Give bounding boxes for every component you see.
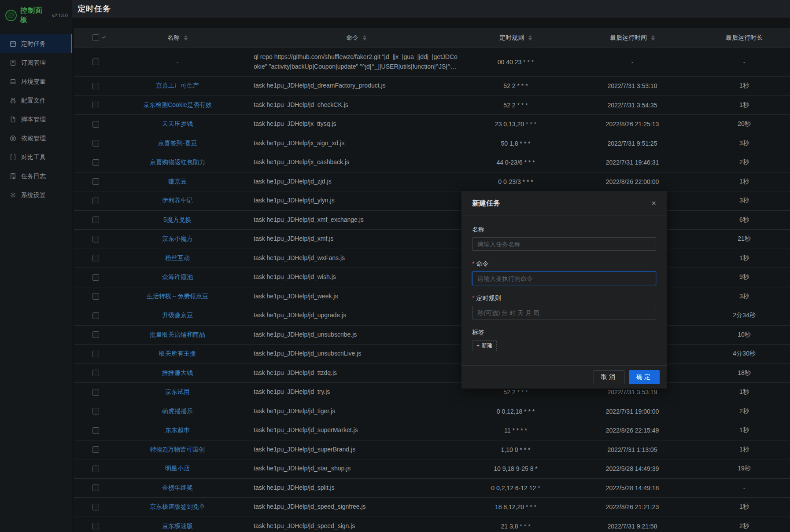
column-header-last-run-time[interactable]: 最后运行时间 bbox=[566, 34, 698, 42]
sidebar-item-label: 定时任务 bbox=[21, 40, 46, 48]
task-name-input[interactable] bbox=[472, 237, 656, 251]
sort-caret-icon[interactable] bbox=[184, 35, 188, 40]
add-tag-button[interactable]: + 新建 bbox=[472, 340, 497, 351]
task-name-link[interactable]: 京喜工厂可生产 bbox=[156, 82, 199, 90]
row-checkbox[interactable] bbox=[92, 446, 99, 453]
task-last-run-duration: 3秒 bbox=[698, 139, 790, 147]
sidebar-menu-item[interactable]: 脚本管理 bbox=[0, 110, 72, 129]
sidebar-menu-item[interactable]: 配置文件 bbox=[0, 91, 72, 110]
task-last-run-time: 2022/7/31 1:13:05 bbox=[566, 446, 698, 453]
table-row: 升级赚京豆 task he1pu_JDHelp/jd_upgrade.js 2分… bbox=[74, 306, 790, 326]
modal-footer: 取消 确定 bbox=[461, 365, 667, 389]
task-name-link[interactable]: 京东极速版 bbox=[162, 522, 193, 530]
sidebar-menu-item[interactable]: 订阅管理 bbox=[0, 53, 72, 72]
task-name-link[interactable]: 京喜签到-喜豆 bbox=[158, 139, 197, 147]
app-version: v2.13.0 bbox=[52, 13, 68, 18]
ok-button[interactable]: 确定 bbox=[629, 370, 660, 384]
task-name-link[interactable]: - bbox=[177, 59, 179, 66]
row-checkbox[interactable] bbox=[92, 293, 99, 300]
row-checkbox[interactable] bbox=[92, 59, 99, 65]
sort-caret-icon[interactable] bbox=[528, 35, 532, 40]
task-name-link[interactable]: 取关所有主播 bbox=[159, 350, 196, 358]
task-name-link[interactable]: 京东小魔方 bbox=[162, 235, 193, 243]
row-checkbox[interactable] bbox=[92, 331, 99, 338]
topbar: 定时任务 bbox=[72, 0, 790, 18]
task-name-link[interactable]: 金榜年终奖 bbox=[162, 484, 193, 492]
task-last-run-duration: 2秒 bbox=[698, 522, 790, 530]
task-name-link[interactable]: 批量取关店铺和商品 bbox=[150, 331, 205, 339]
row-checkbox[interactable] bbox=[92, 178, 99, 185]
row-checkbox[interactable] bbox=[92, 523, 99, 529]
table-row: 京喜签到-喜豆 task he1pu_JDHelp/jx_sign_xd.js … bbox=[74, 134, 790, 154]
task-name-link[interactable]: 推推赚大钱 bbox=[162, 369, 193, 377]
task-name-link[interactable]: 伊利养牛记 bbox=[162, 197, 193, 205]
row-checkbox[interactable] bbox=[92, 83, 99, 89]
task-name-link[interactable]: 明星小店 bbox=[165, 465, 190, 473]
task-name-link[interactable]: 众筹许愿池 bbox=[162, 273, 193, 281]
row-checkbox[interactable] bbox=[92, 370, 99, 376]
close-icon[interactable]: × bbox=[650, 197, 658, 209]
sidebar-menu-item[interactable]: 定时任务 bbox=[0, 34, 72, 53]
table-row: 京喜工厂可生产 task he1pu_JDHelp/jd_dreamFactor… bbox=[74, 77, 790, 96]
task-last-run-time: 2022/8/26 21:25:13 bbox=[566, 121, 698, 128]
row-checkbox[interactable] bbox=[92, 216, 99, 223]
row-checkbox[interactable] bbox=[92, 274, 99, 281]
task-command-input[interactable] bbox=[472, 272, 656, 285]
row-checkbox[interactable] bbox=[92, 408, 99, 415]
task-schedule: 21 3,8 * * * bbox=[465, 523, 566, 530]
sidebar-menu-item[interactable]: 依赖管理 bbox=[0, 129, 72, 148]
task-name-link[interactable]: 京东极速版签到免单 bbox=[150, 503, 205, 511]
cancel-button[interactable]: 取消 bbox=[594, 370, 624, 384]
task-command: task he1pu_JDHelp/jx_sign_xd.js bbox=[254, 139, 344, 148]
sort-caret-icon[interactable] bbox=[651, 35, 655, 40]
sidebar-menu-item[interactable]: 任务日志 bbox=[0, 167, 72, 186]
task-name-link[interactable]: 粉丝互动 bbox=[165, 254, 190, 262]
task-last-run-duration: 1秒 bbox=[698, 426, 790, 434]
task-name-link[interactable]: 天天压岁钱 bbox=[162, 120, 193, 128]
task-schedule: 11 * * * * bbox=[465, 427, 566, 434]
row-checkbox[interactable] bbox=[92, 140, 99, 147]
task-name-link[interactable]: 萌虎摇摇乐 bbox=[162, 407, 193, 415]
row-checkbox[interactable] bbox=[92, 121, 99, 128]
row-checkbox[interactable] bbox=[92, 389, 99, 396]
row-checkbox[interactable] bbox=[92, 427, 99, 434]
row-checkbox[interactable] bbox=[92, 159, 99, 166]
task-name-link[interactable]: 京东检测Cookie是否有效 bbox=[143, 101, 212, 109]
task-last-run-duration: 9秒 bbox=[698, 273, 790, 281]
task-name-link[interactable]: 5魔方兑换 bbox=[163, 216, 192, 224]
task-name-link[interactable]: 特物Z|万物皆可国创 bbox=[150, 446, 205, 454]
column-header-name[interactable]: 名称 bbox=[105, 34, 250, 42]
task-command: task he1pu_JDHelp/jd_try.js bbox=[254, 387, 330, 397]
sidebar-menu-item[interactable]: 对比工具 bbox=[0, 148, 72, 167]
column-header-schedule[interactable]: 定时规则 bbox=[465, 34, 566, 42]
task-command: task he1pu_JDHelp/jd_speed_signfree.js bbox=[254, 502, 366, 512]
task-name-link[interactable]: 生活特权～免费领京豆 bbox=[147, 293, 208, 301]
column-header-command[interactable]: 命令 bbox=[250, 34, 465, 42]
task-last-run-duration: 19秒 bbox=[698, 465, 790, 473]
task-name-link[interactable]: 京喜购物返红包助力 bbox=[150, 158, 205, 166]
row-checkbox[interactable] bbox=[92, 466, 99, 472]
task-last-run-duration: 10秒 bbox=[698, 331, 790, 339]
sidebar-item-label: 对比工具 bbox=[21, 154, 46, 161]
row-checkbox[interactable] bbox=[92, 484, 99, 491]
row-checkbox[interactable] bbox=[92, 236, 99, 242]
sort-caret-icon[interactable] bbox=[363, 35, 366, 40]
task-name-link[interactable]: 京东试用 bbox=[165, 388, 190, 396]
task-schedule-input[interactable] bbox=[472, 306, 656, 319]
table-row: 金榜年终奖 task he1pu_JDHelp/jd_split.js 0 0,… bbox=[74, 479, 790, 498]
row-checkbox[interactable] bbox=[92, 351, 99, 357]
select-all-checkbox[interactable] bbox=[92, 34, 99, 41]
sidebar-menu-item[interactable]: 系统设置 bbox=[0, 186, 72, 205]
task-command: task he1pu_JDHelp/jx_cashback.js bbox=[254, 158, 349, 167]
row-checkbox[interactable] bbox=[92, 312, 99, 319]
row-checkbox[interactable] bbox=[92, 198, 99, 204]
task-name-link[interactable]: 赚京豆 bbox=[168, 178, 187, 186]
schedule-field-label: 定时规则 bbox=[476, 294, 501, 301]
row-checkbox[interactable] bbox=[92, 255, 99, 261]
sidebar-menu-item[interactable]: 环境变量 bbox=[0, 72, 72, 91]
row-checkbox[interactable] bbox=[92, 504, 99, 510]
row-checkbox[interactable] bbox=[92, 102, 99, 108]
task-name-link[interactable]: 东东超市 bbox=[165, 426, 190, 434]
task-name-link[interactable]: 升级赚京豆 bbox=[162, 312, 193, 319]
table-row: 赚京豆 task he1pu_JDHelp/jd_zjd.js 0 0-23/3… bbox=[74, 172, 790, 192]
